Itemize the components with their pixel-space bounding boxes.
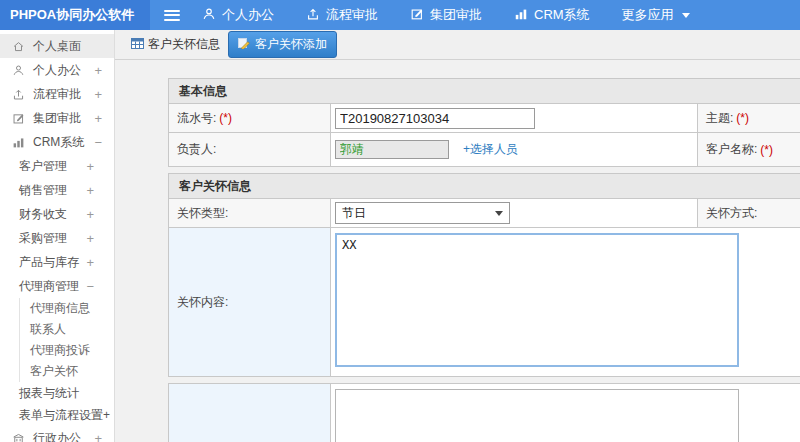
care-type-label: 关怀类型: [169, 199, 331, 227]
sidebar-item-desktop[interactable]: 个人桌面 [0, 34, 114, 58]
home-icon [12, 40, 25, 53]
sidebar-item-admin-office[interactable]: 行政办公 + [0, 426, 114, 442]
section-care-info: 客户关怀信息 关怀类型: 节日 关怀方式: 关怀内容: [168, 173, 800, 377]
nav-item-personal-office[interactable]: 个人办公 [202, 6, 274, 24]
section-title: 客户关怀信息 [169, 174, 800, 199]
user-icon [12, 64, 25, 77]
expand-marker[interactable]: + [94, 63, 102, 78]
customer-care-form: 基本信息 流水号:(*) 主题:(*) 负责人: [168, 78, 800, 442]
serial-input[interactable] [335, 108, 535, 129]
expand-marker[interactable]: + [86, 159, 94, 174]
care-type-select[interactable]: 节日 [335, 202, 510, 224]
owner-cell: +选择人员 [331, 133, 698, 166]
sidebar-item-personal-office[interactable]: 个人办公 + [0, 58, 114, 82]
nav-menu: 个人办公 流程审批 集团审批 CRM系统 更多应用 [150, 0, 800, 30]
sidebar: 个人桌面 个人办公 + 流程审批 + 集团审批 + CRM系统 − 客户管理 +… [0, 30, 115, 442]
main-content: 客户关怀信息 客户关怀添加 基本信息 流水号:(*) 主题:(*) [115, 30, 800, 442]
collapse-marker[interactable]: − [94, 135, 102, 150]
sidebar-item-finance[interactable]: 财务收支 + [0, 202, 114, 226]
row-care-type: 关怀类型: 节日 关怀方式: [169, 199, 800, 228]
customer-name-label: 客户名称:(*) [698, 133, 800, 166]
nav-item-more-apps[interactable]: 更多应用 [622, 6, 690, 24]
sidebar-item-purchase[interactable]: 采购管理 + [0, 226, 114, 250]
nav-item-group-approve[interactable]: 集团审批 [410, 6, 482, 24]
nav-item-flow-approve[interactable]: 流程审批 [306, 6, 378, 24]
row-owner: 负责人: +选择人员 客户名称:(*) [169, 133, 800, 166]
expand-marker[interactable]: + [94, 87, 102, 102]
extra-content-label [169, 384, 331, 442]
flow-approve-icon [12, 88, 25, 101]
expand-marker[interactable]: + [94, 111, 102, 126]
tab-bar: 客户关怀信息 客户关怀添加 [115, 30, 800, 60]
expand-marker[interactable]: + [86, 183, 94, 198]
care-content-label: 关怀内容: [169, 228, 331, 376]
caret-down-icon [682, 13, 690, 18]
subject-label: 主题:(*) [698, 104, 800, 132]
nav-item-crm[interactable]: CRM系统 [514, 6, 590, 24]
extra-content-cell [331, 384, 800, 442]
select-person-link[interactable]: +选择人员 [463, 141, 518, 158]
sidebar-item-customer-care[interactable]: 客户关怀 [20, 361, 114, 382]
expand-marker[interactable]: + [86, 231, 94, 246]
flow-approve-icon [306, 7, 320, 24]
care-type-cell: 节日 [331, 199, 698, 227]
serial-cell [331, 104, 698, 132]
sidebar-item-contacts[interactable]: 联系人 [20, 319, 114, 340]
app-logo: PHPOA协同办公软件 [0, 0, 150, 30]
row-care-content: 关怀内容: XX [169, 228, 800, 376]
expand-marker[interactable]: + [86, 207, 94, 222]
sidebar-item-form-flow-settings[interactable]: 表单与流程设置+ [0, 404, 114, 426]
expand-marker[interactable]: + [86, 255, 94, 270]
sidebar-item-flow-approve[interactable]: 流程审批 + [0, 82, 114, 106]
sidebar-item-crm[interactable]: CRM系统 − [0, 130, 114, 154]
tab-customer-care-add[interactable]: 客户关怀添加 [228, 31, 337, 58]
owner-input[interactable] [335, 140, 449, 159]
serial-label: 流水号:(*) [169, 104, 331, 132]
group-approve-icon [410, 7, 424, 24]
sidebar-item-product-stock[interactable]: 产品与库存 + [0, 250, 114, 274]
grid-icon [131, 37, 144, 53]
tab-customer-care-list[interactable]: 客户关怀信息 [131, 36, 220, 53]
building-icon [12, 432, 25, 442]
expand-marker[interactable]: + [94, 431, 102, 442]
extra-content-textarea[interactable] [335, 389, 739, 442]
section-title: 基本信息 [169, 79, 800, 104]
pencil-icon [238, 37, 250, 52]
sidebar-item-sales-mgmt[interactable]: 销售管理 + [0, 178, 114, 202]
care-method-label: 关怀方式: [698, 199, 800, 227]
care-content-textarea[interactable]: XX [335, 233, 739, 367]
user-icon [202, 7, 216, 24]
crm-chart-icon [12, 136, 25, 149]
crm-chart-icon [514, 7, 528, 24]
row-serial: 流水号:(*) 主题:(*) [169, 104, 800, 133]
sidebar-item-group-approve[interactable]: 集团审批 + [0, 106, 114, 130]
sidebar-item-agent-info[interactable]: 代理商信息 [20, 298, 114, 319]
sidebar-item-customer-mgmt[interactable]: 客户管理 + [0, 154, 114, 178]
caret-down-icon [495, 211, 503, 216]
sidebar-item-agent-mgmt[interactable]: 代理商管理 − [0, 274, 114, 298]
section-basic-info: 基本信息 流水号:(*) 主题:(*) 负责人: [168, 78, 800, 167]
row-extra-content [168, 383, 800, 442]
care-content-cell: XX [331, 228, 800, 376]
hamburger-menu-icon[interactable] [164, 10, 180, 21]
collapse-marker[interactable]: − [86, 279, 94, 294]
top-navbar: PHPOA协同办公软件 个人办公 流程审批 集团审批 CRM系统 更多应用 [0, 0, 800, 30]
agent-submenu: 代理商信息 联系人 代理商投诉 客户关怀 [19, 298, 114, 382]
group-approve-icon [12, 112, 25, 125]
sidebar-item-agent-complaint[interactable]: 代理商投诉 [20, 340, 114, 361]
sidebar-item-reports[interactable]: 报表与统计 [0, 382, 114, 404]
owner-label: 负责人: [169, 133, 331, 166]
